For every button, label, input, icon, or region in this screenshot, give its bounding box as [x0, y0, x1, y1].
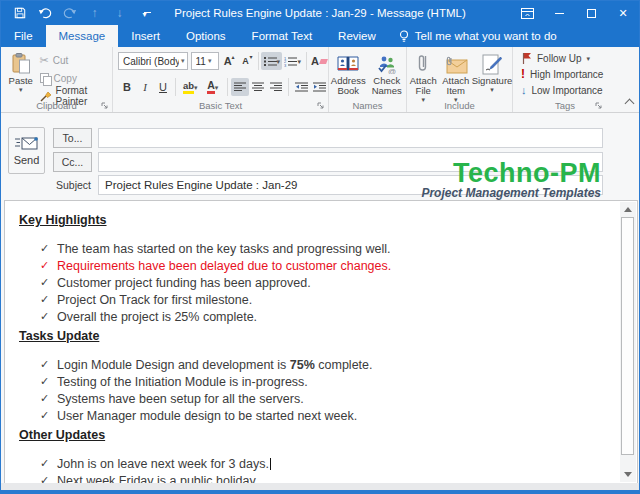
ribbon-tab-row: File Message Insert Options Format Text … — [1, 25, 639, 47]
scroll-up-button[interactable] — [620, 202, 636, 217]
basic-text-dialog-launcher[interactable] — [317, 102, 325, 110]
basic-text-row-1: Calibri (Body) ▾ 11 ▾ A ▴ A ▾ — [113, 50, 328, 72]
techno-pm-logo: Techno-PM Project Management Templates — [421, 159, 601, 200]
tab-insert[interactable]: Insert — [118, 25, 173, 47]
undo-button[interactable] — [32, 1, 57, 25]
names-group: Address Book @ Check Names Names — [329, 47, 407, 112]
tab-format-text[interactable]: Format Text — [239, 25, 326, 47]
text-highlight-button[interactable]: ab ▾ — [179, 78, 202, 96]
cut-button[interactable]: ✂ Cut — [40, 52, 112, 68]
cc-button[interactable]: Cc... — [53, 152, 92, 172]
chevron-down-icon: ▾ — [215, 84, 219, 91]
list-item: ✓ The team has started on the key tasks … — [19, 240, 597, 257]
arrow-down-icon: ↓ — [117, 6, 123, 20]
basic-text-row-2: B I U ab ▾ A ▾ — [113, 76, 328, 98]
close-button[interactable]: ✕ — [607, 1, 639, 25]
font-size-select[interactable]: 11 ▾ — [191, 52, 219, 70]
send-button[interactable]: Send — [8, 127, 45, 174]
list-item-text: User Manager module design to be started… — [57, 409, 357, 423]
copy-button[interactable]: Copy — [40, 70, 112, 86]
list-item: ✓ Project On Track for first milestone. — [19, 291, 597, 308]
list-item: ✓ Overall the project is 25% complete. — [19, 308, 597, 325]
low-importance-icon: ↓ — [521, 84, 527, 96]
align-center-icon — [252, 82, 264, 92]
lightbulb-icon — [399, 30, 409, 43]
clear-formatting-button[interactable]: A — [310, 52, 328, 70]
high-importance-button[interactable]: ! High Importance — [513, 66, 617, 82]
maximize-button[interactable] — [575, 1, 607, 25]
to-button[interactable]: To... — [53, 128, 92, 148]
list-item: ✓ Systems have been setup for all the se… — [19, 390, 597, 407]
send-label: Send — [14, 154, 40, 166]
minimize-button[interactable] — [543, 1, 575, 25]
checkmark-icon: ✓ — [40, 392, 57, 405]
grow-font-button[interactable]: A ▴ — [219, 52, 237, 70]
bold-button[interactable]: B — [118, 78, 136, 96]
separator — [288, 78, 289, 96]
align-left-button[interactable] — [231, 78, 249, 96]
ribbon: Paste ▾ ✂ Cut Copy Format Painter — [1, 47, 639, 113]
list-item: ✓ Customer project funding has been appr… — [19, 274, 597, 291]
paste-icon — [11, 52, 31, 76]
separator — [175, 78, 176, 96]
clipboard-dialog-launcher[interactable] — [101, 102, 109, 110]
increase-indent-button[interactable] — [310, 78, 328, 96]
chevron-down-icon: ▾ — [277, 58, 281, 65]
tags-dialog-launcher[interactable] — [595, 102, 603, 110]
tab-options[interactable]: Options — [173, 25, 239, 47]
chevron-down-icon: ▾ — [208, 57, 212, 65]
collapse-ribbon-button[interactable] — [625, 99, 635, 109]
chevron-down-icon: ▾ — [19, 86, 23, 93]
font-name-select[interactable]: Calibri (Body) ▾ — [118, 52, 188, 70]
numbering-button[interactable]: 123 ▾ — [282, 52, 303, 70]
minimize-icon — [555, 13, 564, 14]
check-names-label: Check Names — [368, 76, 407, 96]
save-button[interactable] — [7, 1, 32, 25]
save-icon — [14, 7, 26, 19]
redo-icon — [63, 7, 77, 19]
close-icon: ✕ — [618, 7, 627, 20]
separator — [258, 52, 259, 70]
basic-text-group-label: Basic Text — [113, 100, 328, 111]
decrease-indent-button[interactable] — [292, 78, 310, 96]
low-importance-button[interactable]: ↓ Low Importance — [513, 82, 617, 98]
tab-message[interactable]: Message — [46, 25, 119, 47]
list-item-text: Login Module Design and development is 7… — [57, 358, 373, 372]
align-center-button[interactable] — [249, 78, 267, 96]
attach-item-label: Attach Item — [440, 76, 473, 96]
list-item-text: Project On Track for first milestone. — [57, 293, 252, 307]
svg-text:@: @ — [388, 66, 396, 74]
tell-me-box[interactable]: Tell me what you want to do — [389, 25, 567, 47]
chevron-down-icon: ▾ — [297, 58, 301, 65]
customize-qat-button[interactable]: ▾ — [132, 1, 157, 25]
ribbon-display-options-button[interactable] — [511, 1, 543, 25]
align-left-icon — [234, 82, 246, 92]
send-envelope-icon — [15, 136, 39, 151]
scroll-down-button[interactable] — [620, 467, 636, 482]
checkmark-icon: ✓ — [40, 242, 57, 255]
underline-button[interactable]: U — [154, 78, 172, 96]
list-item-text: Testing of the Initiation Module is in-p… — [57, 375, 308, 389]
next-item-button[interactable]: ↓ — [107, 1, 132, 25]
align-right-button[interactable] — [267, 78, 285, 96]
scrollbar-thumb[interactable] — [621, 217, 634, 455]
follow-up-button[interactable]: Follow Up ▾ — [513, 50, 617, 66]
shrink-font-button[interactable]: A ▾ — [237, 52, 255, 70]
chevron-down-icon: ▾ — [490, 86, 494, 93]
previous-item-button[interactable]: ↑ — [82, 1, 107, 25]
tab-file[interactable]: File — [1, 25, 46, 47]
attach-file-label: Attach File — [407, 76, 440, 96]
flag-icon — [521, 52, 532, 64]
bullets-button[interactable]: ▾ — [261, 52, 282, 70]
to-field[interactable] — [98, 128, 603, 148]
italic-button[interactable]: I — [136, 78, 154, 96]
tab-review[interactable]: Review — [325, 25, 389, 47]
quick-access-toolbar: ↑ ↓ ▾ — [7, 1, 157, 25]
vertical-scrollbar[interactable] — [620, 202, 636, 482]
list-item-text: John is on leave next week for 3 days. — [57, 457, 271, 471]
section-other-updates: Other Updates ✓ John is on leave next we… — [19, 428, 597, 489]
logo-title: Techno-PM — [421, 159, 601, 187]
font-color-button[interactable]: A ▾ — [202, 78, 225, 96]
redo-button[interactable] — [57, 1, 82, 25]
message-body[interactable]: Key Highlights ✓ The team has started on… — [4, 200, 638, 484]
